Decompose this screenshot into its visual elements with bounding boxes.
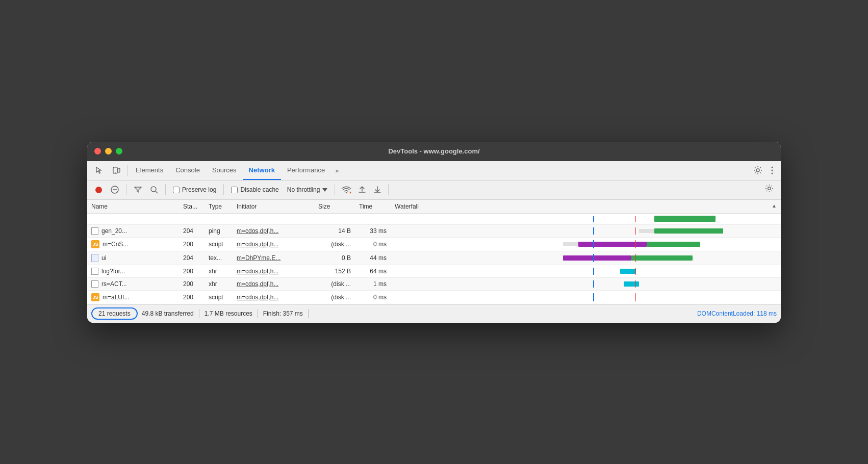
filter-button[interactable]: [131, 183, 145, 197]
preserve-log-checkbox[interactable]: Preserve log: [170, 186, 219, 193]
tab-elements[interactable]: Elements: [130, 161, 169, 180]
device-toolbar-button[interactable]: [108, 161, 125, 180]
th-time[interactable]: Time: [355, 200, 391, 214]
wf-blue-line: [593, 280, 594, 288]
initiator-link[interactable]: m=cdos,dpf,h...: [237, 294, 278, 301]
cell-time: 0 ms: [355, 290, 391, 304]
minimize-button[interactable]: [105, 148, 112, 154]
checkbox-icon: [91, 227, 98, 235]
requests-count: 21 requests: [91, 307, 138, 320]
disable-cache-checkbox[interactable]: Disable cache: [228, 186, 282, 193]
cell-waterfall: [391, 251, 781, 265]
cell-waterfall: [391, 237, 781, 251]
initiator-link[interactable]: m=DhPYme,E...: [237, 254, 280, 262]
more-options-button[interactable]: [767, 161, 778, 180]
svg-point-10: [151, 187, 156, 192]
cell-initiator[interactable]: m=cdos,dpf,h...: [233, 277, 314, 290]
download-button[interactable]: [371, 183, 384, 196]
th-initiator[interactable]: Initiator: [233, 200, 314, 214]
svg-point-7: [95, 187, 102, 193]
network-settings-button[interactable]: [762, 184, 777, 195]
cell-waterfall: [391, 277, 781, 290]
th-type[interactable]: Type: [205, 200, 233, 214]
svg-rect-1: [118, 168, 120, 172]
finish-stat: Finish: 357 ms: [263, 310, 303, 317]
settings-button[interactable]: [749, 161, 767, 180]
transferred-stat: 49.8 kB transferred: [142, 310, 194, 317]
table-row[interactable]: JSm=CnS...200scriptm=cdos,dpf,h...(disk …: [87, 237, 781, 251]
th-size[interactable]: Size: [314, 200, 355, 214]
waterfall-bar-container: [395, 254, 777, 262]
table-row[interactable]: log?for...200xhrm=cdos,dpf,h...152 B64 m…: [87, 265, 781, 277]
sort-indicator: ▲: [772, 203, 777, 209]
checkbox-icon: [91, 268, 98, 275]
throttling-select-row: No throttling: [284, 186, 331, 193]
wifi-icon: !: [341, 186, 351, 194]
status-divider-3: [308, 309, 309, 318]
table-row[interactable]: ui204tex...m=DhPYme,E...0 B44 ms: [87, 251, 781, 265]
status-bar: 21 requests 49.8 kB transferred 1.7 MB r…: [87, 304, 781, 323]
cell-initiator[interactable]: m=cdos,dpf,h...: [233, 265, 314, 277]
waterfall-bar-container: [395, 268, 777, 275]
close-button[interactable]: [94, 148, 101, 154]
cell-name: JSm=CnS...: [87, 237, 179, 251]
cell-waterfall: [391, 265, 781, 277]
cell-type: xhr: [205, 277, 233, 290]
wf-red-line: [635, 240, 636, 248]
vertical-dots-icon: [771, 166, 773, 175]
tab-sources[interactable]: Sources: [206, 161, 243, 180]
search-button[interactable]: [147, 183, 161, 197]
record-button[interactable]: [91, 183, 106, 197]
initiator-link[interactable]: m=cdos,dpf,h...: [237, 268, 278, 275]
th-waterfall[interactable]: Waterfall ▲: [391, 200, 781, 214]
clear-button[interactable]: [108, 183, 122, 197]
inspect-element-button[interactable]: [90, 161, 108, 180]
preserve-log-input[interactable]: [173, 187, 180, 193]
tab-console[interactable]: Console: [169, 161, 206, 180]
wf-top-red-line: [635, 216, 636, 222]
wf-bar-cyan: [624, 281, 639, 287]
th-status[interactable]: Sta...: [179, 200, 205, 214]
cell-time: 33 ms: [355, 224, 391, 237]
disable-cache-input[interactable]: [231, 187, 238, 193]
search-icon: [150, 186, 158, 194]
tab-divider-1: [127, 165, 127, 176]
window-title: DevTools - www.google.com/: [388, 147, 479, 155]
cell-initiator[interactable]: m=DhPYme,E...: [233, 251, 314, 265]
tab-performance[interactable]: Performance: [281, 161, 331, 180]
wf-bar-purple: [578, 242, 647, 247]
cell-initiator[interactable]: m=cdos,dpf,h...: [233, 224, 314, 237]
wf-blue-line: [593, 293, 594, 301]
initiator-link[interactable]: m=cdos,dpf,h...: [237, 241, 278, 248]
resources-stat: 1.7 MB resources: [205, 310, 252, 317]
cell-name: log?for...: [87, 265, 179, 277]
initiator-link[interactable]: m=cdos,dpf,h...: [237, 227, 278, 235]
svg-point-13: [768, 187, 771, 190]
maximize-button[interactable]: [116, 148, 122, 154]
wf-red-line: [635, 254, 636, 262]
cell-status: 200: [179, 277, 205, 290]
script-icon: JS: [91, 293, 99, 301]
table-row[interactable]: gen_20...204pingm=cdos,dpf,h...14 B33 ms: [87, 224, 781, 237]
cell-initiator[interactable]: m=cdos,dpf,h...: [233, 290, 314, 304]
waterfall-top-row: [87, 213, 781, 224]
table-row[interactable]: rs=ACT...200xhrm=cdos,dpf,h...(disk ...1…: [87, 277, 781, 290]
cell-initiator[interactable]: m=cdos,dpf,h...: [233, 237, 314, 251]
wf-red-line: [635, 227, 636, 235]
wf-bar-green: [654, 228, 723, 234]
cell-size: 0 B: [314, 251, 355, 265]
table-header: Name Sta... Type Initiator Size: [87, 200, 781, 214]
table-body: gen_20...204pingm=cdos,dpf,h...14 B33 ms…: [87, 213, 781, 304]
cell-type: tex...: [205, 251, 233, 265]
table-row[interactable]: JSm=aLUf...200scriptm=cdos,dpf,h...(disk…: [87, 290, 781, 304]
upload-button[interactable]: [355, 183, 369, 196]
network-table-container: Name Sta... Type Initiator Size: [87, 200, 781, 304]
tab-network[interactable]: Network: [243, 161, 281, 180]
svg-text:!: !: [350, 192, 350, 194]
th-name[interactable]: Name: [87, 200, 179, 214]
header-row: Name Sta... Type Initiator Size: [87, 200, 781, 214]
cell-waterfall: [391, 224, 781, 237]
initiator-link[interactable]: m=cdos,dpf,h...: [237, 280, 278, 288]
gear-icon: [753, 166, 762, 175]
tab-overflow-button[interactable]: »: [331, 161, 343, 180]
